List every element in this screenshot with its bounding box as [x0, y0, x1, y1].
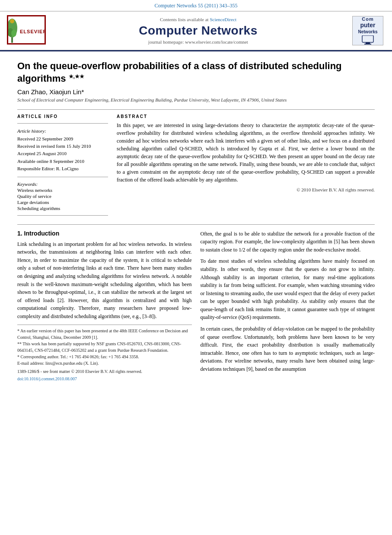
svg-rect-5: [7, 43, 46, 45]
title-stars: ★,★★: [69, 73, 84, 79]
intro-para-1: Link scheduling is an important problem …: [17, 240, 192, 321]
svg-point-9: [10, 19, 14, 23]
svg-rect-0: [11, 37, 13, 43]
keywords-label: Keywords:: [17, 182, 38, 187]
available-date: Available online 8 September 2010: [17, 158, 108, 165]
article-info: Article Info Article history: Received 2…: [17, 114, 108, 220]
doi: doi:10.1016/j.comnet.2010.08.007: [17, 376, 192, 381]
right-para-1: Often, the goal is to be able to stabili…: [201, 230, 375, 254]
svg-point-3: [11, 30, 16, 37]
svg-rect-11: [366, 42, 370, 44]
right-para-2: To date most studies of wireless schedul…: [201, 257, 375, 322]
paper-body: On the queue-overflow probabilities of a…: [0, 51, 392, 390]
keyword-3: Large deviations: [17, 200, 108, 205]
sciencedirect-link[interactable]: ScienceDirect: [210, 17, 236, 22]
keywords-section: Keywords: Wireless networks Quality of s…: [17, 182, 108, 211]
separator-2: [17, 224, 375, 225]
abstract-heading: Abstract: [117, 114, 375, 119]
right-column: Often, the goal is to be able to stabili…: [201, 230, 375, 382]
history-label: Article history:: [17, 128, 46, 134]
abstract-text: In this paper, we are interested in usin…: [117, 121, 375, 184]
svg-rect-12: [364, 44, 371, 45]
doi-line: 1389-1286/$ - see front matter © 2010 El…: [17, 369, 192, 374]
keyword-1: Wireless networks: [17, 188, 108, 193]
elsevier-logo: ELSEVIER: [7, 15, 46, 46]
homepage-line: journal homepage: www.elsevier.com/locat…: [51, 39, 345, 45]
editor: Responsible Editor: R. LoCigno: [17, 166, 108, 172]
cn-logo-com: Com: [362, 16, 373, 22]
intro-heading: 1. Introduction: [17, 230, 192, 237]
cn-logo: Com puter Networks: [352, 16, 383, 45]
doi-link[interactable]: doi:10.1016/j.comnet.2010.08.007: [17, 376, 77, 381]
citation-bar: Computer Networks 55 (2011) 343–355: [0, 0, 392, 11]
accepted-date: Accepted 25 August 2010: [17, 150, 108, 157]
paper-title: On the queue-overflow probabilities of a…: [17, 60, 375, 85]
article-info-heading: Article Info: [17, 114, 108, 119]
revised-date: Received in revised form 15 July 2010: [17, 143, 108, 150]
contents-available-line: Contents lists available at ScienceDirec…: [51, 17, 345, 22]
journal-title: Computer Networks: [51, 24, 345, 38]
keyword-2: Quality of service: [17, 194, 108, 199]
article-history: Article history: Received 22 September 2…: [17, 128, 108, 172]
authors: Can Zhao, Xiaojun Lin*: [17, 88, 375, 96]
separator-1: [17, 109, 375, 110]
footnote-4: E-mail address: linx@ecn.purdue.edu (X. …: [17, 360, 192, 366]
cn-logo-networks: Networks: [358, 29, 377, 34]
keywords-sep: [17, 177, 108, 177]
received-date: Received 22 September 2009: [17, 136, 108, 142]
cn-logo-box-container: Com puter Networks: [351, 16, 385, 45]
right-para-3: In certain cases, the probability of del…: [201, 325, 375, 373]
abstract-section: Abstract In this paper, we are intereste…: [117, 114, 375, 220]
left-column: 1. Introduction Link scheduling is an im…: [17, 230, 192, 382]
info-sep: [17, 123, 108, 124]
svg-rect-6: [7, 15, 8, 45]
footnote-2: ** This work has been partially supporte…: [17, 341, 192, 353]
svg-rect-4: [7, 15, 46, 16]
footnote-sep: [17, 325, 192, 325]
footnote-1: * An earlier version of this paper has b…: [17, 328, 192, 341]
info-abstract-section: Article Info Article history: Received 2…: [17, 114, 375, 220]
header-center: Contents lists available at ScienceDirec…: [51, 17, 345, 45]
main-content: 1. Introduction Link scheduling is an im…: [17, 230, 375, 382]
footnote-3: * Corresponding author. Tel.: +1 765 494…: [17, 353, 192, 360]
info-bottom-sep: [17, 215, 108, 216]
keyword-4: Scheduling algorithms: [17, 206, 108, 211]
svg-rect-10: [362, 35, 373, 42]
journal-header: ELSEVIER Contents lists available at Sci…: [0, 11, 392, 50]
cn-logo-puter: puter: [360, 22, 376, 29]
copyright: © 2010 Elsevier B.V. All rights reserved…: [117, 187, 375, 192]
citation-text: Computer Networks 55 (2011) 343–355: [154, 3, 237, 9]
svg-text:ELSEVIER: ELSEVIER: [20, 29, 46, 34]
affiliation: School of Electrical and Computer Engine…: [17, 97, 375, 102]
